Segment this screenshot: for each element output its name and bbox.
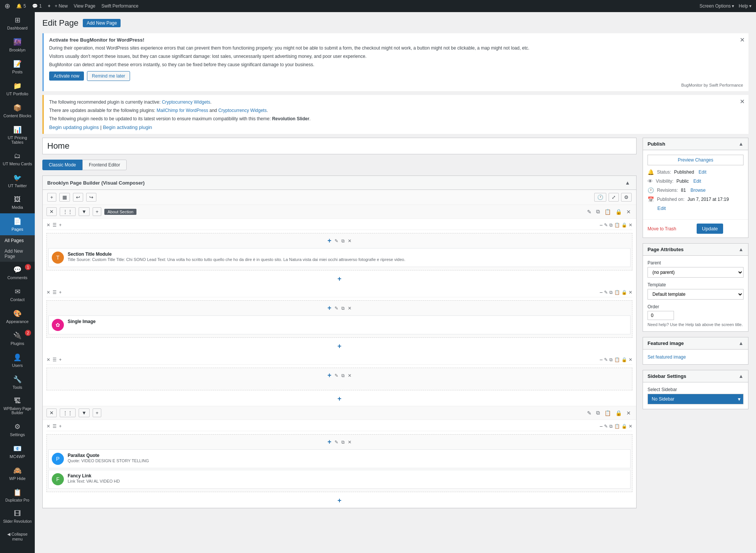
row4-menu-btn[interactable]: ☰ [53,424,57,429]
section2-down-btn[interactable]: ▼ [79,409,90,417]
adminbar-swift-performance[interactable]: Swift Performance [101,3,138,9]
section-edit-btn[interactable]: ✎ [586,208,593,216]
sidebar-item-appearance[interactable]: 🎨 Appearance [0,306,35,328]
row2-edit-btn[interactable]: ✎ [604,289,608,295]
row3-add-col-btn[interactable]: + [59,357,62,362]
sidebar-item-pages[interactable]: 📄 Pages [0,213,35,235]
sidebar-item-plugins[interactable]: 🔌 Plugins 2 [0,328,35,350]
vc-history-button[interactable]: 🕐 [594,193,606,202]
plugin-notice-close-button[interactable]: ✕ [740,98,745,105]
sidebar-settings-toggle[interactable]: ▲ [739,373,744,379]
remind-later-button[interactable]: Remind me later [87,71,130,81]
bugmonitor-close-button[interactable]: ✕ [740,36,745,43]
page-attributes-toggle[interactable]: ▲ [739,247,744,252]
sidebar-item-dashboard[interactable]: ⊞ Dashboard [0,12,35,34]
row-copy-btn[interactable]: 📋 [614,222,620,228]
section2-move-btn[interactable]: ⋮⋮ [60,409,76,417]
row2-delete-btn[interactable]: ✕ [629,289,632,295]
section-down-btn[interactable]: ▼ [79,207,90,216]
row-add-col-btn[interactable]: + [59,222,62,228]
module-add-btn-4[interactable]: + [327,438,332,446]
published-edit-link[interactable]: Edit [657,205,666,211]
sidebar-subitem-add-new[interactable]: Add New Page [0,246,35,262]
set-featured-image-link[interactable]: Set featured image [648,354,686,360]
row2-lock-btn[interactable]: 🔒 [621,289,627,295]
row-lock-btn[interactable]: 🔒 [621,222,627,228]
row4-resize-btn[interactable]: ✕ [46,424,50,429]
sidebar-item-comments[interactable]: 💬 Comments 1 [0,262,35,284]
sidebar-item-users[interactable]: 👤 Users [0,350,35,371]
vc-add-element-button[interactable]: + [47,193,56,202]
cryptocurrency-widgets-link2[interactable]: Cryptocurrency Widgets [218,108,266,113]
section-expand-btn[interactable]: ✕ [46,207,57,216]
page-title-input[interactable] [42,138,637,154]
sidebar-item-twitter[interactable]: 🐦 UT Twitter [0,170,35,192]
row3-menu-btn[interactable]: ☰ [53,357,57,362]
section2-add-btn[interactable]: + [93,409,102,417]
vc-fullscreen-button[interactable]: ⤢ [609,193,619,202]
row-menu-btn[interactable]: ☰ [53,222,57,228]
sidebar-item-pricing[interactable]: 📊 UT Pricing Tables [0,122,35,148]
sidebar-item-wpbakery[interactable]: 🏗 WPBakery Page Builder [0,393,35,419]
row3-copy-btn[interactable]: 📋 [614,357,620,362]
section-clone-btn[interactable]: ⧉ [595,208,601,216]
add-new-page-button[interactable]: Add New Page [83,19,121,27]
row2-resize-btn[interactable]: ✕ [46,290,50,295]
add-row-btn-4[interactable]: + [338,497,342,504]
row-delete-btn[interactable]: ✕ [629,222,632,228]
row4-delete-btn[interactable]: ✕ [629,423,632,429]
sidebar-item-brooklyn[interactable]: 🌆 Brooklyn [0,34,35,56]
sidebar-item-wp-hide[interactable]: 🙈 WP Hide [0,463,35,485]
section-copy-btn[interactable]: 📋 [603,208,612,216]
frontend-editor-button[interactable]: Frontend Editor [82,160,127,170]
row2-copy-btn[interactable]: 📋 [614,289,620,295]
row4-lock-btn[interactable]: 🔒 [621,423,627,429]
cryptocurrency-widgets-link1[interactable]: Cryptocurrency Widgets [162,99,210,105]
row2-add-col-btn[interactable]: + [59,290,62,295]
row4-edit-btn[interactable]: ✎ [604,423,608,429]
wp-logo[interactable]: ⊕ [5,2,10,10]
update-button[interactable]: Update [697,224,723,234]
mailchimp-link[interactable]: MailChimp for WordPress [156,108,208,113]
module-add-btn-3[interactable]: + [327,371,332,379]
module-add-btn-1[interactable]: + [327,237,332,245]
row2-menu-btn[interactable]: ☰ [53,290,57,295]
row4-add-col-btn[interactable]: + [59,424,62,429]
section2-clone-btn[interactable]: ⧉ [595,409,601,417]
begin-updating-link[interactable]: Begin updating plugins [49,124,99,130]
vc-settings-button[interactable]: ⚙ [621,193,632,202]
section2-edit-btn[interactable]: ✎ [586,409,593,417]
sidebar-item-tools[interactable]: 🔧 Tools [0,371,35,393]
section2-delete-btn[interactable]: ✕ [625,409,632,417]
sidebar-item-settings[interactable]: ⚙ Settings [0,419,35,441]
featured-image-toggle[interactable]: ▲ [739,340,744,346]
vc-collapse-button[interactable]: ▲ [623,179,632,186]
row3-delete-btn[interactable]: ✕ [629,357,632,362]
parent-select[interactable]: (no parent) [648,267,744,278]
sidebar-item-content-blocks[interactable]: 📦 Content Blocks [0,100,35,122]
row4-clone-btn[interactable]: ⧉ [609,423,613,429]
vc-undo-button[interactable]: ↩ [73,193,83,202]
row2-clone-btn[interactable]: ⧉ [609,289,613,295]
begin-activating-link[interactable]: Begin activating plugin [103,124,152,130]
section2-lock-btn[interactable]: 🔒 [614,409,623,417]
adminbar-comments[interactable]: 💬 1 [32,3,42,9]
adminbar-view-page[interactable]: View Page [74,3,95,9]
template-select[interactable]: Default template [648,289,744,300]
help-btn[interactable]: Help ▾ [739,3,751,9]
sidebar-item-posts[interactable]: 📝 Posts [0,56,35,78]
adminbar-new[interactable]: + + New [48,3,68,9]
section-delete-btn[interactable]: ✕ [625,208,632,216]
sidebar-item-menu-cards[interactable]: 🗂 UT Menu Cards [0,148,35,170]
add-row-btn-2[interactable]: + [338,342,342,350]
section2-copy-btn[interactable]: 📋 [603,409,612,417]
vc-grid-button[interactable]: ▦ [59,193,70,202]
section2-expand-btn[interactable]: ✕ [46,409,57,417]
sidebar-item-slider-revolution[interactable]: 🎞 Slider Revolution [0,506,35,527]
classic-mode-button[interactable]: Classic Mode [42,160,82,170]
section-move-btn[interactable]: ⋮⋮ [60,207,76,216]
collapse-menu[interactable]: ◀ Collapse menu [0,527,35,546]
sidebar-item-media[interactable]: 🖼 Media [0,192,35,213]
section-add-btn[interactable]: + [93,207,102,216]
section-lock-btn[interactable]: 🔒 [614,208,623,216]
